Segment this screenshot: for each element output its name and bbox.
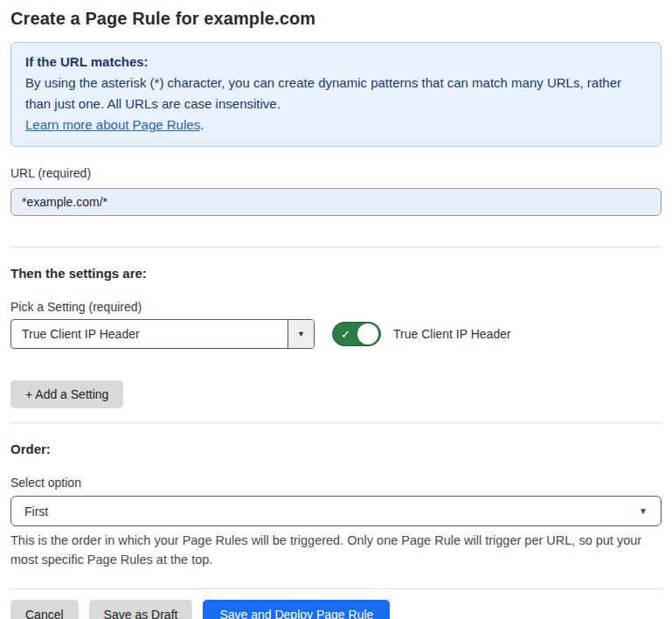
toggle-label: True Client IP Header — [393, 327, 511, 341]
order-select-value: First — [24, 504, 48, 518]
chevron-down-icon: ▼ — [297, 330, 305, 338]
page-container: Create a Page Rule for example.com If th… — [0, 0, 672, 619]
add-setting-button[interactable]: + Add a Setting — [10, 380, 123, 408]
order-help-text: This is the order in which your Page Rul… — [10, 532, 662, 570]
pick-setting-label: Pick a Setting (required) — [10, 300, 662, 314]
chevron-down-icon: ▼ — [639, 506, 648, 516]
order-select[interactable]: First ▼ — [10, 496, 662, 526]
info-box-link-line: Learn more about Page Rules. — [25, 115, 647, 136]
url-input[interactable] — [10, 188, 662, 216]
order-select-label: Select option — [10, 476, 662, 490]
divider — [10, 247, 662, 247]
divider — [10, 588, 662, 589]
toggle-knob — [357, 323, 378, 344]
setting-dropdown-button[interactable]: ▼ — [288, 320, 314, 348]
settings-section-heading: Then the settings are: — [10, 266, 662, 281]
link-suffix: . — [200, 117, 204, 132]
url-field-label: URL (required) — [10, 166, 662, 180]
save-as-draft-button[interactable]: Save as Draft — [89, 600, 193, 619]
save-and-deploy-button[interactable]: Save and Deploy Page Rule — [203, 600, 390, 619]
setting-dropdown-value: True Client IP Header — [11, 320, 288, 348]
cancel-button[interactable]: Cancel — [10, 600, 79, 619]
order-section-heading: Order: — [10, 442, 662, 456]
setting-dropdown[interactable]: True Client IP Header ▼ — [10, 319, 315, 349]
setting-row: True Client IP Header ▼ ✓ True Client IP… — [10, 319, 662, 349]
learn-more-link[interactable]: Learn more about Page Rules — [25, 117, 200, 132]
url-match-info-box: If the URL matches: By using the asteris… — [10, 42, 662, 147]
divider — [10, 422, 662, 423]
footer-buttons: Cancel Save as Draft Save and Deploy Pag… — [10, 600, 662, 619]
check-icon: ✓ — [341, 329, 350, 340]
info-box-body: By using the asterisk (*) character, you… — [25, 73, 647, 115]
true-client-ip-toggle[interactable]: ✓ — [332, 322, 381, 346]
page-title: Create a Page Rule for example.com — [10, 9, 662, 29]
info-box-heading: If the URL matches: — [25, 52, 647, 73]
